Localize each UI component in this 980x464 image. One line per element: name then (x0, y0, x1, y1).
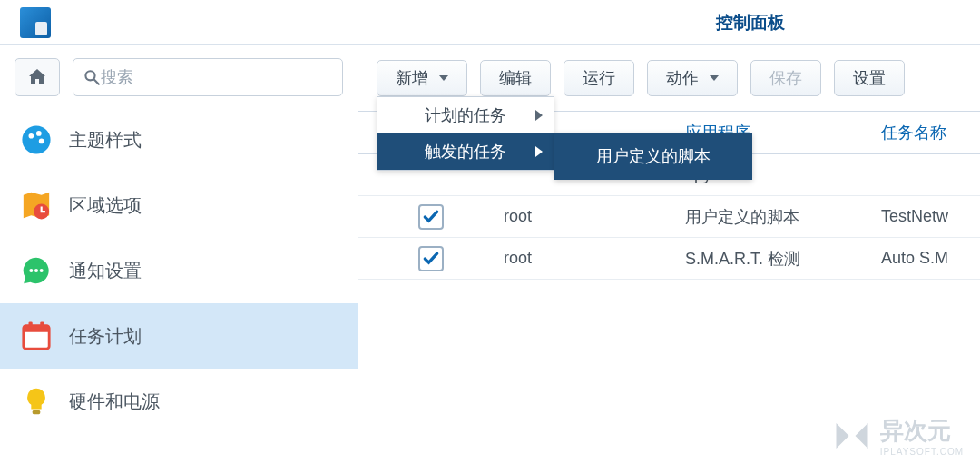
watermark-logo-icon (833, 420, 871, 452)
cell-task: TestNetw (876, 207, 980, 226)
nav-label: 硬件和电源 (69, 390, 160, 414)
calendar-icon (20, 320, 53, 352)
svg-line-1 (94, 80, 99, 84)
chat-icon (20, 254, 53, 287)
checkbox-icon[interactable] (418, 204, 444, 230)
sidebar-item-notification[interactable]: 通知设置 (0, 238, 358, 303)
search-icon (83, 67, 101, 87)
nav-list: 主题样式 区域选项 通知设置 任务计划 硬件和电源 (0, 107, 358, 443)
home-icon (26, 66, 48, 88)
table-row[interactable]: root 用户定义的脚本 TestNetw (358, 196, 980, 238)
chevron-right-icon (535, 143, 543, 162)
sidebar-item-hardware[interactable]: 硬件和电源 (0, 369, 358, 434)
svg-point-2 (22, 125, 50, 153)
watermark-text: 异次元 (880, 415, 964, 447)
titlebar: 控制面板 (0, 0, 980, 45)
action-button[interactable]: 动作 (647, 60, 738, 96)
sidebar: 主题样式 区域选项 通知设置 任务计划 硬件和电源 (0, 45, 358, 464)
nav-label: 主题样式 (69, 128, 142, 153)
chevron-right-icon (535, 106, 543, 125)
action-label: 动作 (666, 67, 699, 89)
home-button[interactable] (15, 58, 60, 96)
search-input[interactable] (101, 68, 333, 87)
svg-point-8 (34, 269, 38, 272)
map-clock-icon (20, 189, 53, 222)
cell-user: root (504, 249, 685, 268)
svg-point-7 (29, 269, 33, 272)
add-menu: 计划的任务 触发的任务 (377, 96, 554, 171)
palette-icon (20, 123, 53, 156)
app-icon (20, 7, 51, 38)
menu-label: 计划的任务 (425, 104, 506, 126)
content-area: 新增 编辑 运行 动作 保存 设置 者 应用程序 任务名称 opy root 用… (358, 45, 980, 464)
sidebar-item-region[interactable]: 区域选项 (0, 173, 358, 238)
settings-button[interactable]: 设置 (834, 60, 905, 96)
svg-rect-12 (29, 321, 33, 328)
cell-app: S.M.A.R.T. 检测 (685, 248, 876, 270)
add-label: 新增 (396, 67, 428, 89)
nav-label: 通知设置 (69, 259, 142, 283)
nav-label: 区域选项 (69, 193, 142, 218)
checkbox-icon[interactable] (418, 246, 444, 271)
submenu-label: 用户定义的脚本 (596, 145, 710, 167)
cell-user: root (504, 207, 685, 226)
nav-label: 任务计划 (69, 324, 142, 349)
sidebar-item-theme[interactable]: 主题样式 (0, 107, 358, 173)
watermark-sub: IPLAYSOFT.COM (880, 447, 964, 457)
svg-point-3 (29, 133, 34, 139)
window-title: 控制面板 (716, 11, 785, 35)
cell-app: 用户定义的脚本 (685, 206, 876, 228)
svg-rect-11 (24, 326, 49, 332)
bulb-icon (20, 385, 53, 418)
edit-button[interactable]: 编辑 (480, 60, 551, 96)
svg-point-9 (40, 269, 44, 272)
search-field[interactable] (73, 58, 343, 96)
add-button[interactable]: 新增 (377, 60, 467, 96)
submenu-user-script[interactable]: 用户定义的脚本 (554, 133, 752, 180)
col-task[interactable]: 任务名称 (876, 122, 980, 143)
watermark: 异次元 IPLAYSOFT.COM (833, 415, 964, 457)
svg-point-5 (39, 139, 44, 144)
menu-scheduled-task[interactable]: 计划的任务 (377, 97, 554, 133)
cell-task: Auto S.M (876, 249, 980, 268)
save-button: 保存 (750, 60, 821, 96)
table-row[interactable]: root S.M.A.R.T. 检测 Auto S.M (358, 238, 980, 280)
run-button[interactable]: 运行 (564, 60, 634, 96)
menu-triggered-task[interactable]: 触发的任务 (377, 133, 554, 170)
svg-rect-13 (40, 321, 44, 328)
sidebar-item-task-scheduler[interactable]: 任务计划 (0, 303, 358, 369)
menu-label: 触发的任务 (425, 141, 506, 163)
svg-rect-14 (33, 410, 41, 414)
svg-point-4 (36, 131, 42, 136)
